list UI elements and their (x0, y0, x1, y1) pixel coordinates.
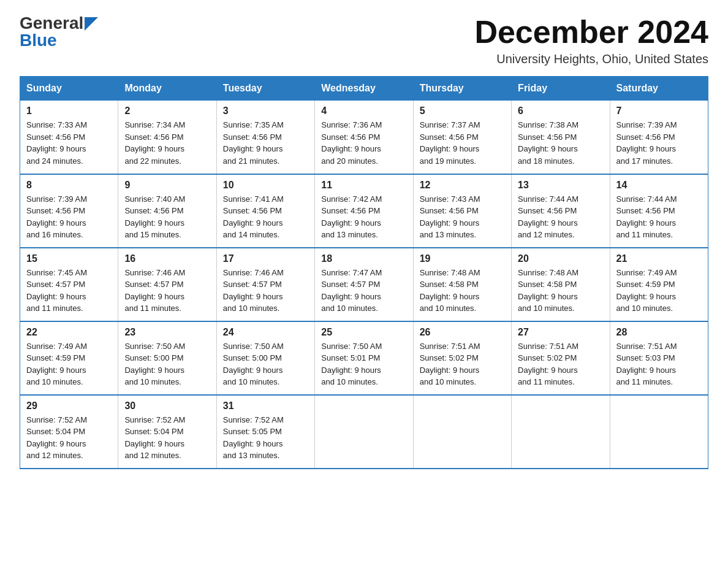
page-header: General Blue December 2024 University He… (20, 15, 708, 66)
table-row: 31 Sunrise: 7:52 AM Sunset: 5:05 PM Dayl… (216, 395, 314, 469)
day-number: 25 (321, 327, 406, 338)
day-number: 14 (616, 180, 702, 191)
daylight-label: Daylight: 9 hours (26, 292, 86, 301)
calendar-table: Sunday Monday Tuesday Wednesday Thursday… (20, 76, 708, 469)
daylight-minutes: and 10 minutes. (124, 377, 181, 386)
day-number: 12 (420, 180, 505, 191)
logo-general-text: General (20, 15, 83, 32)
table-row: 6 Sunrise: 7:38 AM Sunset: 4:56 PM Dayli… (512, 101, 610, 174)
day-info: Sunrise: 7:44 AM Sunset: 4:56 PM Dayligh… (616, 193, 702, 241)
table-row: 9 Sunrise: 7:40 AM Sunset: 4:56 PM Dayli… (118, 174, 216, 248)
day-number: 13 (518, 180, 603, 191)
day-info: Sunrise: 7:51 AM Sunset: 5:03 PM Dayligh… (616, 340, 702, 388)
daylight-minutes: and 10 minutes. (321, 304, 378, 313)
sunrise-label: Sunrise: 7:36 AM (321, 120, 382, 129)
daylight-minutes: and 10 minutes. (321, 377, 378, 386)
daylight-label: Daylight: 9 hours (26, 366, 86, 375)
day-info: Sunrise: 7:50 AM Sunset: 5:00 PM Dayligh… (124, 340, 210, 388)
day-number: 8 (26, 180, 112, 191)
daylight-label: Daylight: 9 hours (223, 439, 283, 448)
daylight-label: Daylight: 9 hours (124, 292, 184, 301)
day-info: Sunrise: 7:46 AM Sunset: 4:57 PM Dayligh… (223, 267, 308, 315)
daylight-label: Daylight: 9 hours (616, 218, 677, 228)
daylight-minutes: and 21 minutes. (223, 156, 280, 166)
table-row: 30 Sunrise: 7:52 AM Sunset: 5:04 PM Dayl… (118, 395, 216, 469)
daylight-minutes: and 11 minutes. (616, 230, 673, 239)
sunset-label: Sunset: 4:56 PM (420, 132, 479, 142)
day-info: Sunrise: 7:38 AM Sunset: 4:56 PM Dayligh… (518, 119, 603, 167)
day-number: 15 (26, 253, 112, 264)
daylight-label: Daylight: 9 hours (616, 144, 677, 153)
daylight-minutes: and 14 minutes. (223, 230, 280, 239)
logo-blue-text: Blue (20, 32, 57, 49)
daylight-minutes: and 10 minutes. (420, 377, 477, 386)
daylight-label: Daylight: 9 hours (420, 144, 480, 153)
day-info: Sunrise: 7:51 AM Sunset: 5:02 PM Dayligh… (420, 340, 505, 388)
daylight-minutes: and 12 minutes. (518, 230, 575, 239)
table-row: 28 Sunrise: 7:51 AM Sunset: 5:03 PM Dayl… (610, 321, 708, 395)
day-number: 22 (26, 327, 112, 338)
day-number: 11 (321, 180, 406, 191)
table-row: 8 Sunrise: 7:39 AM Sunset: 4:56 PM Dayli… (20, 174, 118, 248)
day-info: Sunrise: 7:50 AM Sunset: 5:00 PM Dayligh… (223, 340, 308, 388)
daylight-label: Daylight: 9 hours (616, 292, 677, 301)
daylight-minutes: and 19 minutes. (420, 156, 477, 166)
table-row: 15 Sunrise: 7:45 AM Sunset: 4:57 PM Dayl… (20, 248, 118, 321)
day-info: Sunrise: 7:50 AM Sunset: 5:01 PM Dayligh… (321, 340, 406, 388)
daylight-minutes: and 10 minutes. (420, 304, 477, 313)
table-row (610, 395, 708, 469)
day-info: Sunrise: 7:49 AM Sunset: 4:59 PM Dayligh… (26, 340, 112, 388)
day-number: 10 (223, 180, 308, 191)
calendar-header-row: Sunday Monday Tuesday Wednesday Thursday… (20, 77, 708, 101)
logo: General Blue (20, 15, 98, 49)
daylight-label: Daylight: 9 hours (26, 218, 86, 228)
sunset-label: Sunset: 4:56 PM (616, 206, 675, 215)
col-tuesday: Tuesday (216, 77, 314, 101)
daylight-minutes: and 22 minutes. (124, 156, 181, 166)
sunrise-label: Sunrise: 7:45 AM (26, 268, 87, 277)
sunrise-label: Sunrise: 7:50 AM (321, 342, 382, 351)
table-row: 1 Sunrise: 7:33 AM Sunset: 4:56 PM Dayli… (20, 101, 118, 174)
daylight-minutes: and 11 minutes. (518, 377, 575, 386)
sunset-label: Sunset: 5:02 PM (420, 353, 479, 362)
calendar-week-row: 22 Sunrise: 7:49 AM Sunset: 4:59 PM Dayl… (20, 321, 708, 395)
table-row: 3 Sunrise: 7:35 AM Sunset: 4:56 PM Dayli… (216, 101, 314, 174)
sunset-label: Sunset: 4:58 PM (518, 280, 577, 289)
sunset-label: Sunset: 4:56 PM (321, 206, 380, 215)
sunrise-label: Sunrise: 7:50 AM (124, 342, 185, 351)
sunset-label: Sunset: 4:56 PM (26, 206, 85, 215)
table-row: 12 Sunrise: 7:43 AM Sunset: 4:56 PM Dayl… (413, 174, 511, 248)
day-number: 27 (518, 327, 603, 338)
daylight-minutes: and 12 minutes. (26, 451, 83, 460)
day-info: Sunrise: 7:44 AM Sunset: 4:56 PM Dayligh… (518, 193, 603, 241)
daylight-label: Daylight: 9 hours (124, 366, 184, 375)
day-info: Sunrise: 7:52 AM Sunset: 5:04 PM Dayligh… (26, 414, 112, 462)
calendar-week-row: 8 Sunrise: 7:39 AM Sunset: 4:56 PM Dayli… (20, 174, 708, 248)
daylight-label: Daylight: 9 hours (223, 366, 283, 375)
sunset-label: Sunset: 4:56 PM (124, 206, 183, 215)
table-row: 5 Sunrise: 7:37 AM Sunset: 4:56 PM Dayli… (413, 101, 511, 174)
daylight-label: Daylight: 9 hours (223, 218, 283, 228)
daylight-minutes: and 13 minutes. (420, 230, 477, 239)
table-row (512, 395, 610, 469)
day-info: Sunrise: 7:34 AM Sunset: 4:56 PM Dayligh… (124, 119, 210, 167)
sunrise-label: Sunrise: 7:37 AM (420, 120, 480, 129)
day-number: 21 (616, 253, 702, 264)
sunset-label: Sunset: 4:56 PM (223, 206, 282, 215)
daylight-label: Daylight: 9 hours (518, 292, 578, 301)
sunrise-label: Sunrise: 7:49 AM (616, 268, 677, 277)
sunrise-label: Sunrise: 7:52 AM (223, 415, 284, 424)
col-saturday: Saturday (610, 77, 708, 101)
daylight-label: Daylight: 9 hours (420, 218, 480, 228)
daylight-label: Daylight: 9 hours (616, 366, 677, 375)
daylight-label: Daylight: 9 hours (321, 218, 381, 228)
daylight-minutes: and 12 minutes. (124, 451, 181, 460)
day-number: 5 (420, 105, 505, 117)
col-sunday: Sunday (20, 77, 118, 101)
table-row: 18 Sunrise: 7:47 AM Sunset: 4:57 PM Dayl… (315, 248, 413, 321)
daylight-minutes: and 10 minutes. (223, 304, 280, 313)
sunset-label: Sunset: 4:56 PM (518, 132, 577, 142)
table-row: 19 Sunrise: 7:48 AM Sunset: 4:58 PM Dayl… (413, 248, 511, 321)
sunrise-label: Sunrise: 7:33 AM (26, 120, 87, 129)
daylight-label: Daylight: 9 hours (124, 439, 184, 448)
